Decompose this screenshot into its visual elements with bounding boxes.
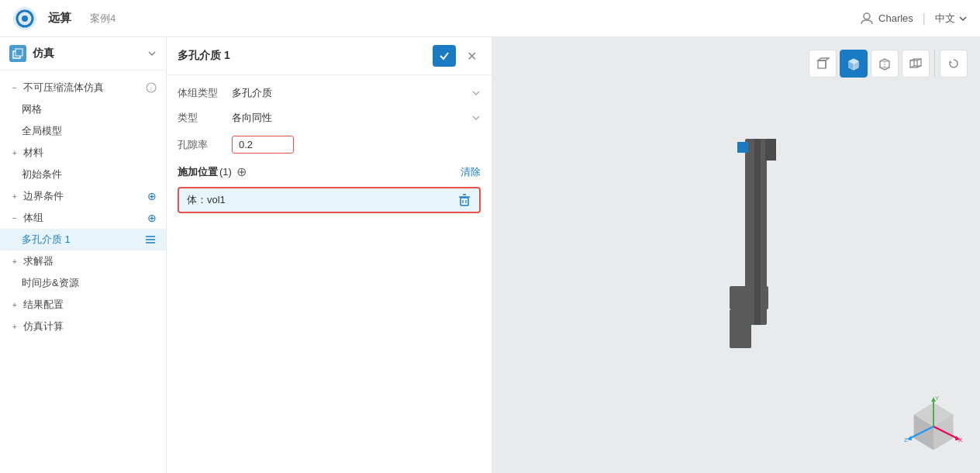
porosity-input[interactable] — [232, 136, 294, 154]
sidebar-item-label: 结果配置 — [23, 298, 157, 312]
close-icon: ✕ — [467, 49, 477, 64]
sidebar-item-initial-condition[interactable]: 初始条件 — [0, 164, 166, 185]
logo-area: 远算 案例4 — [12, 6, 116, 31]
porosity-row: 孔隙率 — [178, 136, 481, 154]
case-title: 案例4 — [90, 12, 116, 26]
svg-text:Y: Y — [935, 395, 940, 402]
sidebar-item-incompressible[interactable]: − 不可压缩流体仿真 i — [0, 77, 166, 98]
sidebar: 仿真 − 不可压缩流体仿真 i 网格 全局模型 — [0, 37, 167, 473]
volume-type-value: 多孔介质 — [232, 86, 471, 100]
sidebar-item-label: 不可压缩流体仿真 — [23, 81, 143, 95]
trash-icon — [457, 193, 471, 207]
svg-text:i: i — [150, 85, 152, 92]
cube-edge-icon — [909, 57, 923, 71]
toggle-minus-icon: − — [9, 82, 20, 93]
add-apply-icon[interactable]: ⊕ — [236, 164, 247, 179]
app-logo-icon — [12, 6, 37, 31]
sidebar-tree: − 不可压缩流体仿真 i 网格 全局模型 + 材料 — [0, 71, 166, 473]
checkmark-icon — [439, 50, 450, 61]
add-volume-icon[interactable]: ⊕ — [147, 212, 157, 224]
sidebar-item-mesh[interactable]: 网格 — [0, 98, 166, 120]
svg-rect-41 — [730, 286, 768, 309]
toggle-plus-icon: + — [9, 321, 20, 332]
chevron-down-icon — [471, 113, 481, 123]
sidebar-item-label: 边界条件 — [23, 189, 141, 203]
svg-text:X: X — [958, 437, 963, 444]
panel-body: 体组类型 多孔介质 类型 各向同性 — [167, 75, 492, 473]
volume-type-label: 体组类型 — [178, 86, 232, 100]
vol-item-text: 体：vol1 — [187, 193, 457, 207]
language-label: 中文 — [935, 12, 955, 26]
axis-cube-svg: Y X Z — [902, 395, 964, 457]
topbar-divider: | — [923, 12, 926, 26]
cube-solid-icon — [847, 57, 861, 71]
toggle-plus-icon: + — [9, 191, 20, 202]
view-edge-button[interactable] — [902, 50, 930, 78]
cube-outline-icon — [816, 57, 830, 71]
sidebar-title: 仿真 — [33, 47, 147, 60]
view-reset-button[interactable] — [940, 50, 968, 78]
close-button[interactable]: ✕ — [462, 47, 481, 65]
svg-rect-43 — [754, 139, 761, 325]
svg-point-2 — [22, 16, 28, 22]
apply-section-count: (1) — [219, 166, 232, 178]
app-title: 远算 — [48, 11, 71, 26]
cube-wire-icon — [878, 57, 892, 71]
svg-rect-11 — [461, 198, 468, 205]
porosity-label: 孔隙率 — [178, 138, 232, 152]
volume-type-dropdown[interactable]: 多孔介质 — [232, 86, 481, 100]
sidebar-item-solver[interactable]: + 求解器 — [0, 250, 166, 272]
svg-rect-39 — [737, 142, 748, 153]
delete-vol-button[interactable] — [457, 193, 471, 207]
vol-item: 体：vol1 — [178, 187, 481, 213]
sidebar-item-label: 初始条件 — [22, 167, 157, 181]
menu-lines-icon — [144, 233, 157, 246]
add-boundary-icon[interactable]: ⊕ — [147, 190, 157, 202]
3d-model-shape — [699, 131, 823, 379]
sidebar-item-volume-group[interactable]: − 体组 ⊕ — [0, 207, 166, 229]
main-layout: 仿真 − 不可压缩流体仿真 i 网格 全局模型 — [0, 37, 980, 473]
reset-icon — [947, 57, 961, 71]
toggle-plus-icon: + — [9, 256, 20, 267]
sidebar-item-material[interactable]: + 材料 — [0, 142, 166, 164]
sidebar-item-boundary-condition[interactable]: + 边界条件 ⊕ — [0, 185, 166, 207]
sidebar-item-label: 求解器 — [23, 254, 157, 268]
svg-rect-16 — [818, 60, 826, 68]
svg-rect-44 — [765, 139, 776, 161]
sidebar-item-label: 材料 — [23, 146, 157, 160]
confirm-button[interactable] — [433, 45, 456, 67]
svg-marker-37 — [949, 60, 952, 64]
volume-type-row: 体组类型 多孔介质 — [178, 86, 481, 100]
view-wire-button[interactable] — [871, 50, 899, 78]
type-row: 类型 各向同性 — [178, 111, 481, 125]
sidebar-item-label: 多孔介质 1 — [22, 233, 141, 247]
view-solid-button[interactable] — [809, 50, 837, 78]
apply-section-title: 施加位置 — [178, 165, 218, 179]
sidebar-item-label: 全局模型 — [22, 124, 157, 138]
language-selector[interactable]: 中文 — [935, 12, 968, 26]
view-solid-active-button[interactable] — [840, 50, 868, 78]
chevron-down-icon — [958, 14, 968, 23]
viewport-toolbar — [809, 50, 968, 78]
sidebar-item-sim-calc[interactable]: + 仿真计算 — [0, 316, 166, 337]
toggle-plus-icon: + — [9, 299, 20, 310]
type-dropdown[interactable]: 各向同性 — [232, 111, 481, 125]
user-name: Charles — [878, 12, 913, 24]
sidebar-item-porous-media[interactable]: 多孔介质 1 — [0, 229, 166, 250]
svg-point-3 — [864, 13, 870, 19]
sidebar-item-label: 网格 — [22, 102, 157, 116]
sidebar-header: 仿真 — [0, 37, 166, 71]
user-icon — [860, 12, 874, 26]
3d-viewport: Y X Z — [492, 37, 980, 473]
svg-rect-5 — [16, 49, 22, 56]
sidebar-item-timestep[interactable]: 时间步&资源 — [0, 272, 166, 294]
svg-rect-42 — [730, 309, 751, 348]
sidebar-item-global-model[interactable]: 全局模型 — [0, 120, 166, 142]
sidebar-item-result-config[interactable]: + 结果配置 — [0, 294, 166, 316]
svg-text:Z: Z — [904, 437, 908, 444]
sidebar-item-label: 时间步&资源 — [22, 276, 157, 290]
clear-button[interactable]: 清除 — [461, 165, 481, 179]
user-info: Charles — [860, 12, 913, 26]
panel-title: 多孔介质 1 — [178, 49, 433, 63]
panel-header: 多孔介质 1 ✕ — [167, 37, 492, 75]
